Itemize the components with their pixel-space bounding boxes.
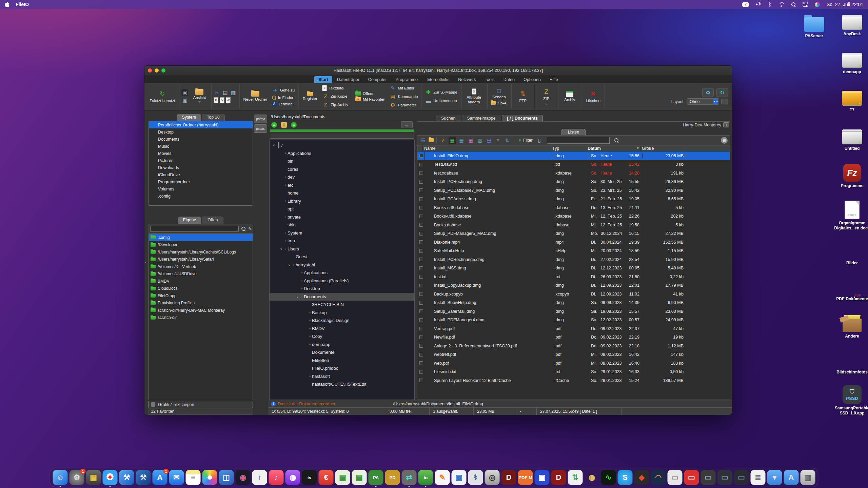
dock-icon[interactable]: ▣ (535, 470, 550, 485)
minimize-window-button[interactable] (155, 68, 159, 73)
favorite-item[interactable]: .config (149, 234, 253, 241)
file-row[interactable]: Install_PCAdress.dmg .dmg Fr.21. Feb. 25… (417, 195, 730, 204)
show-graphic-text-checkbox[interactable] (151, 402, 155, 407)
favorite-item[interactable]: /Users/harrystahl/Library/Safari (149, 256, 253, 263)
siri-icon[interactable] (815, 2, 820, 7)
tree-filter-input[interactable] (270, 133, 414, 139)
file-row[interactable]: Setup_PDFManager5_MAC.dmg .dmg Mo.30.12.… (417, 229, 730, 238)
file-row-checkbox[interactable] (417, 229, 425, 238)
file-row-checkbox[interactable] (417, 203, 425, 212)
tree-node[interactable]: + Blackmagic Design (270, 317, 414, 325)
file-row[interactable]: Books-utf8.dabase .dabase Do.13. Feb. 25… (417, 203, 730, 212)
favorite-item[interactable]: scratch-dir (149, 314, 253, 322)
file-row-checkbox[interactable] (417, 178, 425, 186)
file-row-checkbox[interactable] (417, 299, 425, 307)
table-view-icon[interactable]: ▦ (449, 137, 456, 144)
tree-expander-icon[interactable] (279, 247, 283, 251)
tree-node[interactable]: hastasoft\GUTE\HSTextEdit (270, 380, 414, 388)
tab-top10[interactable]: Top 10 (202, 114, 225, 121)
file-row-checkbox[interactable] (417, 316, 425, 325)
file-row-checkbox[interactable] (417, 195, 425, 204)
file-row-checkbox[interactable] (417, 290, 425, 299)
file-row[interactable]: Backup.xcopyb .xcopyb Di.12.09.202311:02… (417, 290, 730, 299)
dock-icon[interactable]: ▭ (701, 470, 716, 485)
doc-d-icon[interactable]: D (214, 97, 218, 103)
dock-icon[interactable]: ◍ (285, 470, 300, 485)
tree-node[interactable]: + Copy (270, 332, 414, 341)
files-search-icon[interactable] (614, 138, 619, 143)
tree-node[interactable]: Etiketten (270, 357, 414, 365)
favorite-item[interactable]: scratch-dir/Harry-Dev-MAC Monteray (149, 307, 253, 314)
dock-icon[interactable]: ◎ (485, 470, 500, 485)
file-row[interactable]: Books.dabase .dabase Mi.12. Feb. 2519:58… (417, 221, 730, 229)
dock-icon[interactable]: ♪ (269, 470, 284, 485)
zip-archive-button[interactable]: ZZip-Archiv (321, 101, 349, 108)
dock-icon[interactable]: ☺ (53, 470, 68, 485)
doc-vd-icon[interactable]: vD (226, 97, 231, 103)
tree-node[interactable]: FileIO.pmdoc (270, 364, 414, 372)
system-folder-item[interactable]: Pictures (149, 157, 253, 164)
dock-icon[interactable]: ⚙ 1 (70, 470, 84, 485)
sort-icon[interactable]: ⇅ (504, 137, 511, 144)
dock-icon[interactable]: ⇄ (402, 470, 417, 485)
zoom-window-button[interactable] (161, 68, 165, 73)
snapshot-icon[interactable] (721, 137, 728, 144)
file-row[interactable]: Vertrag.pdf .pdf Do.09.02.202322:37 47 k… (417, 324, 730, 333)
recently-used-button[interactable]: ↻ Zuletzt benutzt (148, 89, 176, 104)
bluetooth-icon[interactable]: ᛒ (768, 2, 771, 6)
favorites-search-input[interactable] (150, 226, 239, 232)
file-row-checkbox[interactable] (417, 212, 425, 221)
open-button[interactable]: Öffnen (354, 91, 386, 96)
file-row[interactable]: Books-utf8.xdabase .xdabase Mi.12. Feb. … (417, 212, 730, 221)
panel-toggle-bottom-icon[interactable]: ▣ (181, 97, 188, 104)
dock-icon[interactable]: D (551, 470, 566, 485)
desktop-icon[interactable]: demoapp (833, 48, 868, 75)
ribbon-tab[interactable]: Hilfe (546, 76, 562, 83)
system-folder-item[interactable]: Music (149, 143, 253, 150)
tree-node[interactable]: + hastasoft (270, 372, 414, 381)
tree-node[interactable]: + Documents (270, 293, 414, 301)
file-row-checkbox[interactable] (417, 350, 425, 359)
tree-node[interactable]: sbin (270, 221, 414, 229)
dock-icon[interactable]: ⚕ (468, 470, 483, 485)
file-row-checkbox[interactable] (417, 281, 425, 290)
file-row[interactable]: test.xdabase .xdabase So.Heute14:28 191 … (417, 169, 730, 178)
zip-copy-button[interactable]: ZZip-Kopie (321, 93, 349, 100)
desktop-icon[interactable]: Organigramm Digitales...en.docx (833, 199, 868, 231)
dock-icon[interactable]: ≡ (186, 470, 201, 485)
send-button[interactable]: ❏ Senden (490, 87, 509, 99)
file-row-checkbox[interactable] (417, 359, 425, 368)
system-folder-item[interactable]: Programmordner (149, 178, 253, 185)
file-row[interactable]: Install_PCRechnung.dmg .dmg So.30. Mrz. … (417, 178, 730, 186)
file-row[interactable]: TestDraw.txt .txt So.Heute15:42 3 kb (417, 160, 730, 169)
layout-more-button[interactable]: ... (721, 99, 728, 104)
rename-button[interactable]: ▬Umbenennen (424, 97, 458, 104)
file-row-checkbox[interactable] (417, 238, 425, 247)
refresh-button[interactable]: ↻ (716, 88, 728, 97)
profile-name[interactable]: Harry-Dev-Monterey (683, 123, 721, 127)
dock-icon[interactable]: € (319, 470, 334, 485)
add-profile-button[interactable]: + (723, 122, 729, 127)
desktop-icon[interactable]: Untitled (833, 125, 868, 151)
doc-v-icon[interactable]: V (220, 97, 224, 103)
file-row[interactable]: Liesmich.txt .txt So.29.01.202316:33 0,5… (417, 368, 730, 377)
file-row-checkbox[interactable] (417, 255, 425, 264)
favorite-item[interactable]: Provisioning Profiles (149, 300, 253, 307)
zip-a-button[interactable]: Zip-A. (490, 101, 509, 105)
tree-expander-icon[interactable] (287, 263, 292, 267)
preview-view-icon[interactable]: ▤ (485, 137, 493, 144)
tree-node[interactable]: cores (270, 165, 414, 174)
file-row[interactable]: SaferMail.cHelp .cHelp Mi.20.03.202418:5… (417, 247, 730, 256)
tree-more-button[interactable]: ... (401, 121, 413, 128)
dock-icon[interactable]: ▣ (452, 470, 467, 485)
file-row[interactable]: test.txt .txt Di.26.09.202321:50 0,22 kb (417, 272, 730, 281)
dock-icon[interactable]: ∿ (601, 470, 616, 485)
dock-icon[interactable]: ▤ (335, 470, 350, 485)
tree-node[interactable]: + Backup (270, 309, 414, 317)
tree-node[interactable]: / (270, 141, 414, 149)
files-filter-input[interactable] (547, 137, 610, 144)
tree-expander-icon[interactable] (272, 143, 276, 147)
desktop-icon[interactable]: Bildschirmfotos (833, 348, 868, 375)
dock-icon[interactable]: ▭ (717, 470, 732, 485)
desktop-icon[interactable]: PAServer (795, 12, 833, 39)
